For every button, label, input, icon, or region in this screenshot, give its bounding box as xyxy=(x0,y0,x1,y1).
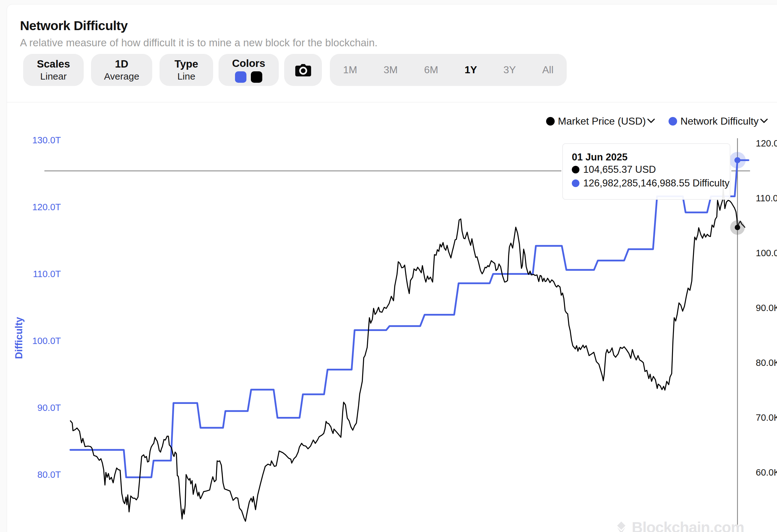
chart-plot-area[interactable] xyxy=(0,0,777,532)
chart-tooltip: 01 Jun 2025 104,655.37 USD126,982,285,14… xyxy=(562,143,731,200)
tooltip-row-1: 126,982,285,146,988.55 Difficulty xyxy=(572,177,730,189)
tooltip-row-0: 104,655.37 USD xyxy=(572,164,656,175)
watermark-text: Blockchain.com xyxy=(632,519,744,532)
blockchain-diamond-logo-icon xyxy=(615,521,628,532)
series-line-difficulty xyxy=(71,160,749,477)
tooltip-date: 01 Jun 2025 xyxy=(572,152,628,163)
watermark: Blockchain.com xyxy=(615,519,744,532)
series-line-price xyxy=(71,188,745,521)
